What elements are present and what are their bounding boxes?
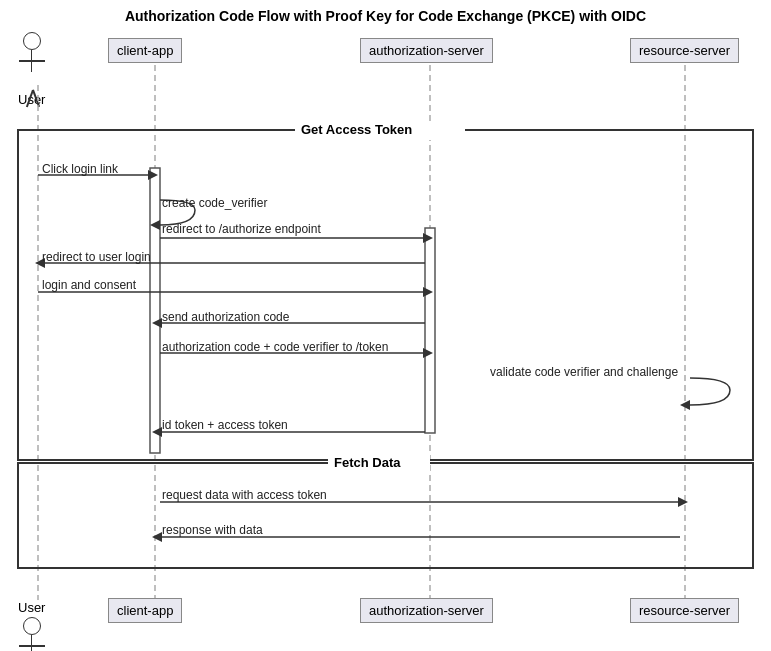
fetch-data-label: Fetch Data: [328, 455, 406, 470]
auth-server-box-bottom: authorization-server: [360, 598, 493, 623]
request-data-arrowhead: [678, 497, 688, 507]
response-data-arrowhead: [152, 532, 162, 542]
resource-server-box-bottom: resource-server: [630, 598, 739, 623]
auth-code-verifier-label: authorization code + code verifier to /t…: [162, 340, 388, 354]
user-actor-bottom: User: [18, 598, 45, 651]
client-app-box-bottom: client-app: [108, 598, 182, 623]
get-access-token-box: [18, 130, 753, 460]
request-data-label: request data with access token: [162, 488, 327, 502]
fetch-data-box: [18, 463, 753, 568]
id-access-token-label: id token + access token: [162, 418, 288, 432]
auth-server-activation: [425, 228, 435, 433]
response-data-label: response with data: [162, 523, 263, 537]
redirect-authorize-label: redirect to /authorize endpoint: [162, 222, 321, 236]
redirect-user-login-label: redirect to user login: [42, 250, 151, 264]
stick-head-bottom: [23, 617, 41, 635]
login-consent-label: login and consent: [42, 278, 136, 292]
diagram-svg: [0, 0, 771, 651]
get-access-token-label: Get Access Token: [295, 122, 418, 137]
click-login-label: Click login link: [42, 162, 118, 176]
validate-code-self-arrow: [690, 378, 730, 405]
client-app-activation: [150, 168, 160, 453]
create-code-verifier-label: create code_verifier: [162, 196, 267, 210]
diagram: Authorization Code Flow with Proof Key f…: [0, 0, 771, 651]
validate-code-label: validate code verifier and challenge: [490, 365, 678, 379]
send-auth-code-label: send authorization code: [162, 310, 289, 324]
user-label-bottom: User: [18, 600, 45, 615]
